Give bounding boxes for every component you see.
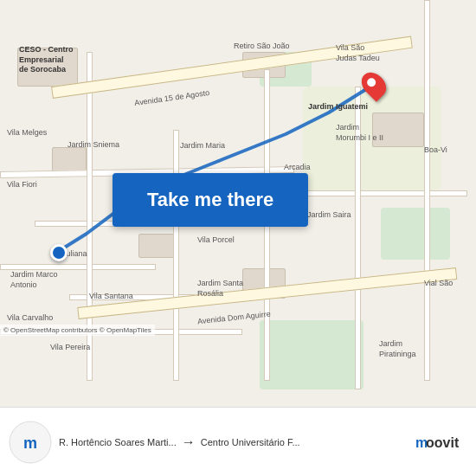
destination-marker [363, 71, 384, 99]
map-container: CESO - CentroEmpresarialde Sorocaba Aven… [0, 0, 476, 407]
route-origin-text: R. Hortêncio Soares Marti... [59, 437, 177, 447]
road [173, 130, 179, 381]
route-info: R. Hortêncio Soares Marti... → Centro Un… [52, 434, 415, 450]
svg-text:m: m [23, 434, 37, 452]
green-area [260, 320, 363, 389]
green-area [381, 208, 450, 260]
origin-marker [50, 244, 68, 261]
route-destination-text: Centro Universitário F... [201, 437, 300, 447]
svg-text:oovit: oovit [426, 435, 460, 450]
route-arrow-icon: → [182, 434, 196, 450]
moovit-logo-text: m oovit [415, 432, 467, 453]
road [0, 264, 156, 270]
moovit-logo-icon: m [9, 421, 52, 464]
road [424, 0, 430, 381]
road [355, 87, 361, 389]
building-block [138, 234, 177, 258]
moovit-brand: m oovit [415, 432, 467, 453]
building-block [17, 48, 78, 87]
map-attribution: © OpenStreetMap contributors © OpenMapTi… [0, 325, 155, 336]
take-me-there-button[interactable]: Take me there [113, 173, 308, 227]
building-block [372, 113, 424, 147]
bottom-bar: m R. Hortêncio Soares Marti... → Centro … [0, 407, 476, 476]
